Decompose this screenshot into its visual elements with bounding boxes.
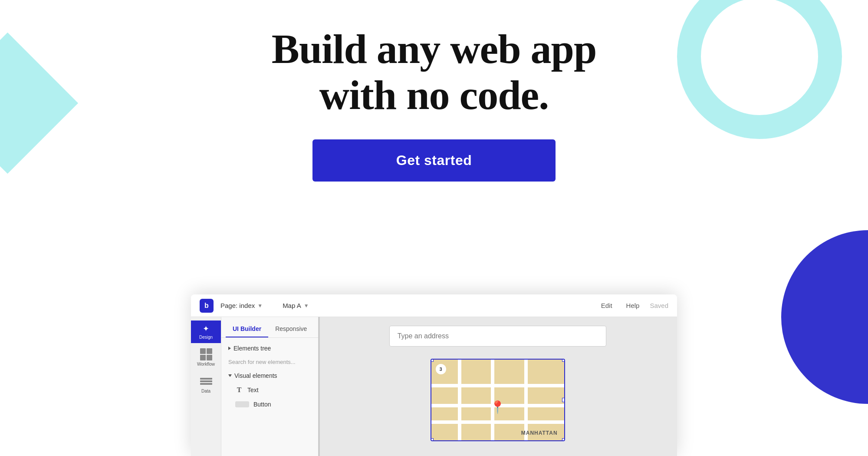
design-nav-item[interactable]: ✦ Design [191,321,221,343]
design-label: Design [199,335,213,340]
address-input-preview[interactable] [389,326,606,347]
elements-tree-label: Elements tree [233,345,271,352]
map-street-v3 [524,360,528,440]
saved-status: Saved [650,302,668,309]
page-dropdown-arrow: ▼ [257,303,263,309]
page-label: Page: index [220,302,255,309]
map-number-badge: 3 [436,364,446,374]
left-panel: ✦ Design Workflow [191,317,318,456]
resize-handle-mr[interactable] [562,398,565,402]
resize-handle-br[interactable] [562,438,565,441]
app-window: b Page: index ▼ Map A ▼ Edit Help Saved … [191,294,677,456]
hero-title: Build any web app with no code. [272,26,597,118]
data-nav-item[interactable]: Data [191,372,221,397]
data-icon [200,375,212,387]
workflow-icon [200,348,212,360]
button-element-label: Button [253,401,271,408]
workflow-nav-item[interactable]: Workflow [191,345,221,370]
map-selector[interactable]: Map A ▼ [283,302,309,309]
sidebar-main: UI Builder Responsive Elements tree Sear… [221,317,318,456]
tab-ui-builder[interactable]: UI Builder [226,321,268,337]
app-body: ✦ Design Workflow [191,317,677,456]
search-elements-text: Search for new elements... [228,359,296,365]
map-location-label: MANHATTAN [521,430,558,436]
edit-menu[interactable]: Edit [598,300,616,311]
map-pin-icon: 📍 [490,400,505,414]
text-element-row[interactable]: T Text [221,383,318,397]
search-elements-row: Search for new elements... [221,355,318,369]
button-element-icon [235,401,249,407]
design-icon: ✦ [203,324,209,334]
help-menu[interactable]: Help [623,300,643,311]
map-street-v1 [458,360,461,440]
resize-handle-tl[interactable] [431,359,434,362]
visual-elements-label: Visual elements [234,372,277,379]
deco-semicircle [781,230,868,404]
hero-section: Build any web app with no code. Get star… [0,0,868,182]
app-logo: b [200,299,214,313]
visual-elements-arrow-icon [228,374,232,377]
page-selector[interactable]: Page: index ▼ [220,302,263,309]
sidebar-content: Elements tree Search for new elements...… [221,338,318,456]
app-toolbar: b Page: index ▼ Map A ▼ Edit Help Saved [191,294,677,317]
data-label: Data [201,389,210,393]
elements-tree-row[interactable]: Elements tree [221,341,318,355]
button-element-row[interactable]: Button [221,397,318,411]
map-street-h1 [431,384,564,387]
resize-handle-tr[interactable] [562,359,565,362]
resize-handle-bl[interactable] [431,438,434,441]
expand-arrow-icon [228,347,231,350]
map-street-h3 [431,420,564,424]
tab-responsive[interactable]: Responsive [268,321,314,337]
map-label: Map A [283,302,301,309]
sidebar-tabs: UI Builder Responsive [221,317,318,338]
workflow-label: Workflow [197,362,215,367]
visual-elements-row[interactable]: Visual elements [221,369,318,383]
map-preview: 3 📍 MANHATTAN [431,359,565,441]
text-element-icon: T [235,386,243,394]
text-element-label: Text [247,387,259,393]
main-canvas: 3 📍 MANHATTAN [318,317,677,456]
map-dropdown-arrow: ▼ [304,303,309,309]
icon-sidebar: ✦ Design Workflow [191,317,221,456]
get-started-button[interactable]: Get started [312,139,556,182]
